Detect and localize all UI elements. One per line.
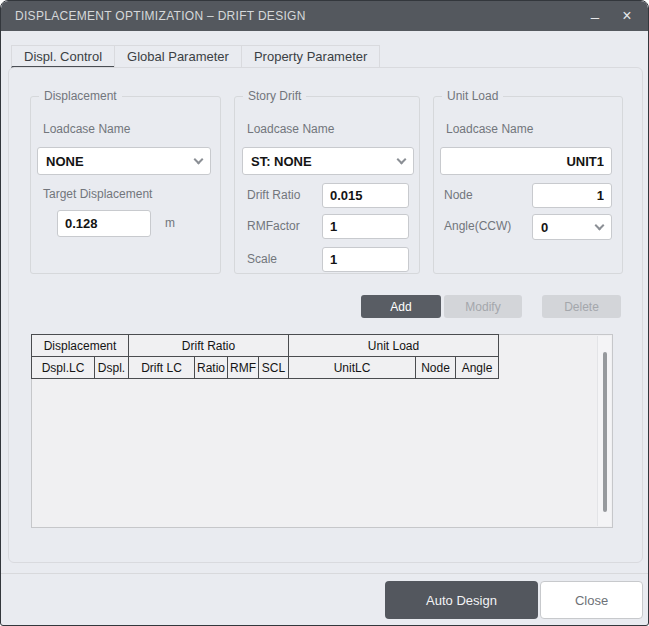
- modify-button[interactable]: Modify: [444, 295, 522, 318]
- column-header-ratio: Ratio: [195, 357, 228, 379]
- close-icon: ×: [622, 7, 631, 25]
- node-input[interactable]: [532, 183, 612, 208]
- footer-separator: [1, 573, 649, 574]
- chevron-down-icon: [194, 154, 204, 164]
- story-drift-group-title: Story Drift: [243, 89, 306, 103]
- close-dialog-button[interactable]: Close: [540, 581, 643, 619]
- column-header-rmf: RMF: [228, 357, 259, 379]
- table-scrollbar[interactable]: [597, 336, 611, 526]
- displacement-group-title: Displacement: [39, 89, 122, 103]
- group-header-displacement: Displacement: [32, 335, 129, 357]
- column-header-unitlc: UnitLC: [289, 357, 416, 379]
- scale-label: Scale: [247, 252, 277, 266]
- minimize-icon: –: [591, 8, 599, 25]
- rmfactor-label: RMFactor: [247, 219, 300, 233]
- target-displacement-unit: m: [165, 216, 175, 230]
- window-title: DISPLACEMENT OPTIMIZATION – DRIFT DESIGN: [15, 1, 306, 31]
- displacement-loadcase-select[interactable]: NONE: [37, 147, 211, 175]
- displacement-loadcase-label: Loadcase Name: [43, 122, 130, 136]
- add-button[interactable]: Add: [361, 295, 441, 318]
- column-header-node: Node: [416, 357, 456, 379]
- displacement-loadcase-value: NONE: [46, 154, 195, 169]
- displacement-group: Displacement Loadcase Name NONE Target D…: [30, 96, 221, 274]
- close-button[interactable]: ×: [614, 4, 640, 28]
- column-header-angle: Angle: [456, 357, 499, 379]
- rmfactor-input[interactable]: [322, 214, 409, 239]
- group-header-drift-ratio: Drift Ratio: [129, 335, 289, 357]
- unit-load-group: Unit Load Loadcase Name Node Angle(CCW) …: [433, 96, 623, 274]
- scrollbar-thumb[interactable]: [603, 352, 607, 512]
- column-header-dspl: Dspl.: [95, 357, 129, 379]
- tab-global-parameter[interactable]: Global Parameter: [114, 45, 241, 68]
- chevron-down-icon: [397, 154, 407, 164]
- angle-ccw-value: 0: [541, 220, 596, 235]
- tab-bar: Displ. Control Global Parameter Property…: [11, 45, 380, 68]
- table-group-header-row: Displacement Drift Ratio Unit Load: [32, 335, 499, 357]
- dialog-window: DISPLACEMENT OPTIMIZATION – DRIFT DESIGN…: [0, 0, 649, 626]
- minimize-button[interactable]: –: [582, 4, 608, 28]
- target-displacement-input[interactable]: [57, 210, 151, 237]
- drift-ratio-input[interactable]: [322, 183, 409, 208]
- column-header-drift-lc: Drift LC: [129, 357, 195, 379]
- table-column-header-row: Dspl.LC Dspl. Drift LC Ratio RMF SCL Uni…: [32, 357, 499, 379]
- unit-load-loadcase-input[interactable]: [440, 147, 612, 175]
- story-drift-loadcase-value: ST: NONE: [251, 154, 398, 169]
- unit-load-loadcase-label: Loadcase Name: [446, 122, 533, 136]
- tab-property-parameter[interactable]: Property Parameter: [241, 45, 380, 68]
- angle-ccw-select[interactable]: 0: [532, 214, 612, 240]
- story-drift-group: Story Drift Loadcase Name ST: NONE Drift…: [234, 96, 420, 274]
- result-table: Displacement Drift Ratio Unit Load Dspl.…: [31, 334, 613, 528]
- drift-ratio-label: Drift Ratio: [247, 188, 300, 202]
- scale-input[interactable]: [322, 247, 409, 272]
- tab-displ-control[interactable]: Displ. Control: [11, 45, 114, 68]
- story-drift-loadcase-label: Loadcase Name: [247, 122, 334, 136]
- delete-button[interactable]: Delete: [542, 295, 621, 318]
- target-displacement-label: Target Displacement: [43, 187, 152, 201]
- column-header-scl: SCL: [259, 357, 289, 379]
- result-table-header: Displacement Drift Ratio Unit Load Dspl.…: [31, 334, 499, 379]
- node-label: Node: [444, 188, 473, 202]
- auto-design-button[interactable]: Auto Design: [385, 581, 538, 619]
- group-header-unit-load: Unit Load: [289, 335, 499, 357]
- unit-load-group-title: Unit Load: [442, 89, 503, 103]
- story-drift-loadcase-select[interactable]: ST: NONE: [242, 147, 414, 175]
- angle-ccw-label: Angle(CCW): [444, 219, 511, 233]
- chevron-down-icon: [595, 220, 605, 230]
- title-bar: DISPLACEMENT OPTIMIZATION – DRIFT DESIGN…: [1, 1, 648, 31]
- column-header-dspl-lc: Dspl.LC: [32, 357, 95, 379]
